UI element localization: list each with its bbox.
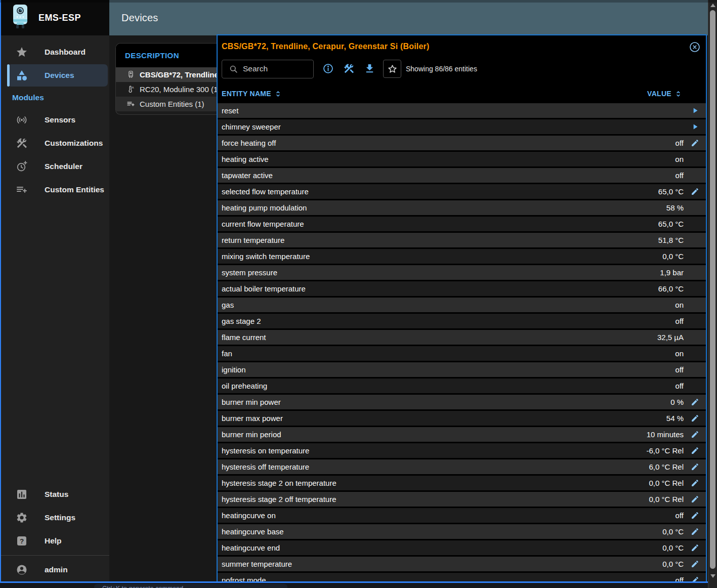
play-icon[interactable]	[691, 122, 699, 131]
info-button[interactable]	[322, 63, 334, 75]
edit-icon[interactable]	[691, 398, 699, 406]
entity-name: heatingcurve base	[222, 527, 662, 536]
edit-icon[interactable]	[691, 430, 699, 439]
entity-name: reset	[222, 106, 684, 115]
sidebar-nav: DashboardDevices	[1, 35, 109, 87]
table-row[interactable]: flame current32,5 µA	[218, 330, 706, 345]
nav-item-label: admin	[45, 565, 68, 574]
entity-value: 0,0 °C	[662, 543, 684, 552]
table-row[interactable]: chimney sweeper	[218, 119, 706, 134]
sidebar-item-dashboard[interactable]: Dashboard	[1, 40, 109, 64]
table-row[interactable]: selected flow temperature65,0 °C	[218, 184, 706, 199]
table-row[interactable]: heatingcurve base0,0 °C	[218, 524, 706, 539]
device-panel: CBS/GB*72, Trendline, Cerapur, Greenstar…	[217, 34, 707, 583]
table-row[interactable]: force heating offoff	[218, 136, 706, 150]
entity-name: summer temperature	[222, 560, 662, 568]
nav-item-label: Status	[45, 490, 68, 499]
entity-name: hysteresis off temperature	[222, 463, 649, 471]
table-row[interactable]: system pressure1,9 bar	[218, 265, 706, 280]
entity-name: ignition	[222, 365, 676, 374]
device-list-item-rc20-moduline-300-1[interactable]: ARC20, Moduline 300 (1	[116, 82, 217, 97]
table-row[interactable]: hysteresis stage 2 off temperature0,0 °C…	[218, 492, 706, 507]
entity-value: on	[675, 155, 684, 163]
favorites-toggle-button[interactable]	[383, 60, 401, 78]
table-row[interactable]: tapwater activeoff	[218, 168, 706, 183]
search-box[interactable]	[222, 60, 314, 78]
entity-value: 0,0 °C	[662, 527, 684, 536]
maintenance-button[interactable]	[343, 63, 355, 75]
table-row[interactable]: hysteresis on temperature-6,0 °C Rel	[218, 443, 706, 458]
table-row[interactable]: current flow temperature65,0 °C	[218, 217, 706, 231]
entity-value: 66,0 °C	[658, 284, 684, 293]
table-row[interactable]: heating activeon	[218, 152, 706, 166]
sidebar-item-help[interactable]: ?Help	[1, 529, 109, 553]
device-list-item-cbs-gb-72-trendline[interactable]: CBS/GB*72, Trendline,	[116, 67, 217, 82]
sidebar-item-custom-entities[interactable]: Custom Entities	[1, 178, 109, 201]
table-row[interactable]: burner min period10 minutes	[218, 427, 706, 442]
entity-name: burner max power	[222, 414, 666, 423]
sort-icon[interactable]	[274, 90, 282, 98]
device-list-item-custom-entities-1[interactable]: Custom Entities (1)	[116, 97, 217, 111]
entity-value: 54 %	[666, 414, 684, 423]
sidebar-item-scheduler[interactable]: Scheduler	[1, 155, 109, 178]
table-row[interactable]: gas stage 2off	[218, 314, 706, 328]
table-row[interactable]: actual boiler temperature66,0 °C	[218, 281, 706, 296]
sidebar-item-settings[interactable]: Settings	[1, 506, 109, 529]
shortcut-hint-overlay: Ctrl+K to generate command	[94, 584, 287, 588]
selected-item-accent-bar	[7, 64, 10, 87]
sidebar-user-admin[interactable]: admin	[1, 558, 109, 581]
edit-icon[interactable]	[691, 463, 699, 471]
table-row[interactable]: heating pump modulation58 %	[218, 200, 706, 215]
table-row[interactable]: burner max power54 %	[218, 411, 706, 426]
table-row[interactable]: hysteresis off temperature6,0 °C Rel	[218, 459, 706, 474]
edit-icon[interactable]	[691, 139, 699, 147]
playlist-add-icon	[126, 100, 135, 108]
entity-name: current flow temperature	[222, 220, 658, 228]
play-icon[interactable]	[691, 106, 699, 115]
scroll-down-arrow[interactable]	[710, 574, 715, 578]
entity-value: 0 %	[670, 398, 684, 406]
entity-name: burner min period	[222, 430, 647, 439]
sidebar-item-customizations[interactable]: Customizations	[1, 132, 109, 155]
svg-text:A: A	[132, 86, 134, 89]
edit-icon[interactable]	[691, 527, 699, 536]
table-row[interactable]: heatingcurve onoff	[218, 508, 706, 523]
table-row[interactable]: heatingcurve end0,0 °C	[218, 540, 706, 555]
edit-icon[interactable]	[691, 479, 699, 487]
scroll-up-arrow[interactable]	[710, 4, 715, 7]
close-icon[interactable]	[689, 41, 701, 53]
edit-icon[interactable]	[691, 446, 699, 455]
scrollbar-thumb[interactable]	[710, 10, 715, 569]
search-input[interactable]	[243, 64, 309, 73]
table-row[interactable]: gason	[218, 298, 706, 312]
sidebar-item-devices[interactable]: Devices	[1, 64, 109, 87]
edit-icon[interactable]	[691, 543, 699, 552]
table-row[interactable]: reset	[218, 103, 706, 118]
sidebar-item-status[interactable]: Status	[1, 483, 109, 506]
table-row[interactable]: summer temperature0,0 °C	[218, 557, 706, 571]
edit-icon[interactable]	[691, 187, 699, 196]
table-row[interactable]: fanon	[218, 346, 706, 361]
download-button[interactable]	[364, 63, 376, 75]
edit-icon[interactable]	[691, 560, 699, 568]
table-row[interactable]: burner min power0 %	[218, 395, 706, 409]
edit-icon[interactable]	[691, 511, 699, 520]
sidebar-user-nav: admin	[1, 558, 109, 581]
row-action	[684, 398, 706, 406]
edit-icon[interactable]	[691, 414, 699, 423]
column-entity-name[interactable]: ENTITY NAME	[222, 90, 282, 98]
nav-item-label: Sensors	[45, 115, 75, 124]
table-row[interactable]: mixing switch temperature0,0 °C	[218, 249, 706, 264]
entity-value: off	[676, 171, 684, 180]
table-row[interactable]: return temperature51,8 °C	[218, 233, 706, 247]
entity-name: selected flow temperature	[222, 187, 658, 196]
table-row[interactable]: ignitionoff	[218, 362, 706, 377]
edit-icon[interactable]	[691, 495, 699, 503]
sidebar-item-sensors[interactable]: Sensors	[1, 108, 109, 132]
column-value[interactable]: VALUE	[647, 90, 683, 98]
sort-icon[interactable]	[674, 90, 683, 98]
table-row[interactable]: hysteresis stage 2 on temperature0,0 °C …	[218, 476, 706, 490]
device-list-item-label: RC20, Moduline 300 (1	[140, 85, 217, 94]
table-row[interactable]: oil preheatingoff	[218, 379, 706, 393]
sidebar-modules-nav: SensorsCustomizationsSchedulerCustom Ent…	[1, 108, 109, 201]
